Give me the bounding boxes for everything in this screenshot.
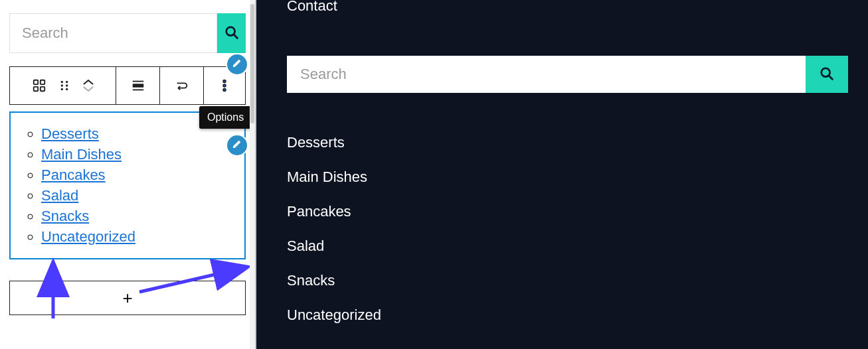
align-icon [131,78,145,93]
align-button[interactable] [116,67,160,104]
svg-point-20 [822,68,830,76]
editor-search-input[interactable] [9,13,217,53]
toolbar-segment-main [10,67,116,104]
category-link[interactable]: Salad [41,187,78,204]
more-vertical-icon [217,78,232,93]
pencil-icon [232,139,242,152]
nav-item-contact[interactable]: Contact [287,0,848,15]
list-item: Snacks [41,208,231,225]
category-link[interactable]: Desserts [41,125,99,142]
list-item: Salad [41,187,231,204]
grid-icon[interactable] [32,78,46,93]
add-block-button[interactable]: + [9,281,246,315]
svg-rect-4 [33,87,37,91]
preview-category-item[interactable]: Pancakes [287,203,848,220]
svg-point-6 [60,81,62,83]
svg-point-8 [60,84,62,86]
category-link[interactable]: Main Dishes [41,146,122,163]
preview-search-input[interactable] [287,56,806,93]
chevron-up-icon[interactable] [82,79,94,86]
svg-point-9 [66,84,68,86]
search-icon [820,66,834,83]
preview-category-item[interactable]: Desserts [287,134,848,151]
preview-panel: Contact Desserts Main Dishes Pancakes Sa… [255,0,868,349]
search-icon [224,25,239,42]
plus-icon: + [122,288,132,309]
transform-icon [175,78,189,93]
preview-categories: Desserts Main Dishes Pancakes Salad Snac… [287,134,848,324]
preview-category-item[interactable]: Main Dishes [287,169,848,186]
edit-pencil-categories[interactable] [226,134,248,157]
options-tooltip: Options [199,106,252,129]
preview-category-item[interactable]: Salad [287,238,848,255]
svg-line-21 [829,75,833,79]
svg-point-7 [66,81,68,83]
block-mover[interactable] [82,79,94,92]
block-toolbar [9,66,246,105]
editor-panel: Options Desserts Main Dishes Pancakes Sa… [0,0,255,349]
svg-point-0 [226,27,234,35]
svg-rect-2 [33,80,37,84]
svg-point-11 [66,88,68,90]
svg-rect-13 [132,84,143,88]
preview-category-item[interactable]: Snacks [287,272,848,289]
svg-point-17 [223,89,226,92]
svg-rect-5 [40,87,44,91]
category-link[interactable]: Pancakes [41,167,106,183]
list-item: Uncategorized [41,228,231,245]
editor-search-button[interactable] [217,13,246,53]
list-item: Main Dishes [41,146,231,163]
svg-rect-3 [40,80,44,84]
preview-category-item[interactable]: Uncategorized [287,307,848,324]
preview-search-button[interactable] [806,56,848,93]
categories-block[interactable]: Desserts Main Dishes Pancakes Salad Snac… [9,111,246,259]
editor-scrollbar-thumb[interactable] [250,4,254,123]
category-link[interactable]: Uncategorized [41,228,135,245]
category-link[interactable]: Snacks [41,208,89,224]
drag-handle-icon[interactable] [57,78,72,93]
list-item: Pancakes [41,167,231,184]
pencil-icon [232,58,242,71]
editor-search-row [9,13,246,53]
categories-list: Desserts Main Dishes Pancakes Salad Snac… [41,125,231,245]
svg-point-16 [223,84,226,87]
chevron-down-icon[interactable] [82,86,94,92]
edit-pencil-search[interactable] [226,53,248,76]
preview-search-row [287,56,848,93]
svg-line-1 [233,34,237,38]
svg-point-15 [223,80,226,83]
transform-button[interactable] [160,67,204,104]
svg-point-10 [60,88,62,90]
